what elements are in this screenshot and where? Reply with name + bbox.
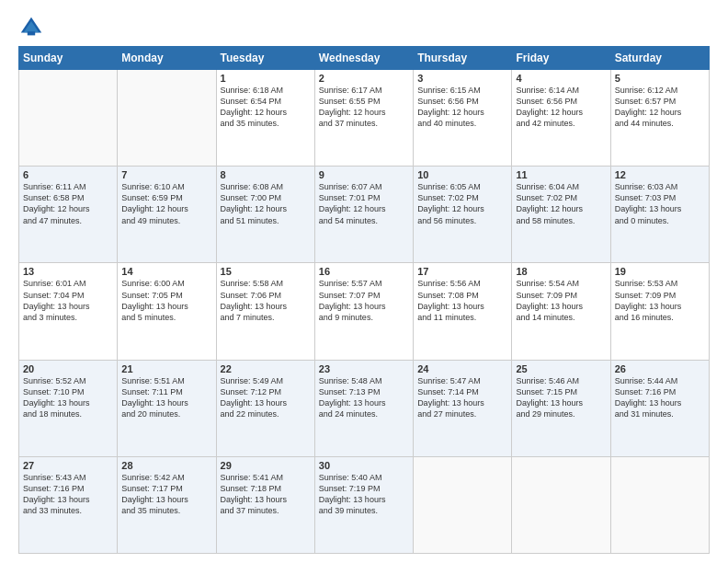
calendar-header-wednesday: Wednesday (314, 47, 413, 70)
day-number: 2 (319, 73, 409, 84)
day-number: 6 (23, 169, 113, 180)
day-info: Sunrise: 6:00 AM Sunset: 7:05 PM Dayligh… (121, 278, 211, 323)
calendar-cell: 26Sunrise: 5:44 AM Sunset: 7:16 PM Dayli… (610, 360, 709, 456)
calendar-cell (610, 456, 709, 553)
day-number: 22 (221, 363, 311, 374)
calendar-cell: 9Sunrise: 6:07 AM Sunset: 7:01 PM Daylig… (314, 167, 413, 263)
day-info: Sunrise: 6:10 AM Sunset: 6:59 PM Dayligh… (121, 181, 211, 226)
calendar-table: SundayMondayTuesdayWednesdayThursdayFrid… (18, 46, 710, 554)
calendar-cell: 20Sunrise: 5:52 AM Sunset: 7:10 PM Dayli… (19, 360, 118, 456)
day-info: Sunrise: 6:12 AM Sunset: 6:57 PM Dayligh… (615, 85, 705, 130)
day-info: Sunrise: 5:46 AM Sunset: 7:15 PM Dayligh… (516, 375, 606, 420)
calendar-header-thursday: Thursday (414, 47, 512, 70)
day-number: 1 (221, 73, 311, 84)
calendar-week-5: 27Sunrise: 5:43 AM Sunset: 7:16 PM Dayli… (19, 456, 710, 553)
day-info: Sunrise: 5:44 AM Sunset: 7:16 PM Dayligh… (615, 375, 705, 420)
day-info: Sunrise: 5:53 AM Sunset: 7:09 PM Dayligh… (615, 278, 705, 323)
calendar-cell: 21Sunrise: 5:51 AM Sunset: 7:11 PM Dayli… (118, 360, 216, 456)
day-number: 8 (221, 169, 311, 180)
calendar-header-sunday: Sunday (19, 47, 118, 70)
day-info: Sunrise: 5:54 AM Sunset: 7:09 PM Dayligh… (516, 278, 606, 323)
calendar-cell: 4Sunrise: 6:14 AM Sunset: 6:56 PM Daylig… (512, 70, 610, 167)
calendar-cell: 30Sunrise: 5:40 AM Sunset: 7:19 PM Dayli… (314, 456, 413, 553)
day-info: Sunrise: 6:18 AM Sunset: 6:54 PM Dayligh… (221, 85, 311, 130)
day-info: Sunrise: 5:47 AM Sunset: 7:14 PM Dayligh… (417, 375, 507, 420)
day-info: Sunrise: 6:17 AM Sunset: 6:55 PM Dayligh… (319, 85, 409, 130)
day-number: 7 (121, 169, 211, 180)
day-info: Sunrise: 6:11 AM Sunset: 6:58 PM Dayligh… (23, 181, 113, 226)
calendar-cell: 15Sunrise: 5:58 AM Sunset: 7:06 PM Dayli… (216, 263, 314, 360)
day-number: 20 (23, 363, 113, 374)
day-info: Sunrise: 6:14 AM Sunset: 6:56 PM Dayligh… (516, 85, 606, 130)
day-info: Sunrise: 5:42 AM Sunset: 7:17 PM Dayligh… (121, 472, 211, 517)
calendar-cell: 5Sunrise: 6:12 AM Sunset: 6:57 PM Daylig… (610, 70, 709, 167)
calendar-cell: 12Sunrise: 6:03 AM Sunset: 7:03 PM Dayli… (610, 167, 709, 263)
header (18, 15, 710, 40)
day-info: Sunrise: 5:41 AM Sunset: 7:18 PM Dayligh… (221, 472, 311, 517)
day-info: Sunrise: 5:48 AM Sunset: 7:13 PM Dayligh… (319, 375, 409, 420)
day-number: 9 (319, 169, 409, 180)
calendar-header-saturday: Saturday (610, 47, 709, 70)
svg-rect-2 (28, 31, 35, 35)
calendar-week-1: 1Sunrise: 6:18 AM Sunset: 6:54 PM Daylig… (19, 70, 710, 167)
calendar-cell: 28Sunrise: 5:42 AM Sunset: 7:17 PM Dayli… (118, 456, 216, 553)
day-number: 21 (121, 363, 211, 374)
day-info: Sunrise: 6:04 AM Sunset: 7:02 PM Dayligh… (516, 181, 606, 226)
calendar-cell: 7Sunrise: 6:10 AM Sunset: 6:59 PM Daylig… (118, 167, 216, 263)
calendar-cell: 19Sunrise: 5:53 AM Sunset: 7:09 PM Dayli… (610, 263, 709, 360)
calendar-cell: 1Sunrise: 6:18 AM Sunset: 6:54 PM Daylig… (216, 70, 314, 167)
calendar-cell: 29Sunrise: 5:41 AM Sunset: 7:18 PM Dayli… (216, 456, 314, 553)
calendar-cell (512, 456, 610, 553)
logo-icon (18, 15, 44, 40)
day-info: Sunrise: 6:08 AM Sunset: 7:00 PM Dayligh… (221, 181, 311, 226)
calendar-header-monday: Monday (118, 47, 216, 70)
calendar-cell: 23Sunrise: 5:48 AM Sunset: 7:13 PM Dayli… (314, 360, 413, 456)
day-number: 15 (221, 266, 311, 277)
day-number: 30 (319, 460, 409, 471)
day-number: 27 (23, 460, 113, 471)
calendar-cell: 10Sunrise: 6:05 AM Sunset: 7:02 PM Dayli… (414, 167, 512, 263)
day-number: 11 (516, 169, 606, 180)
day-info: Sunrise: 6:03 AM Sunset: 7:03 PM Dayligh… (615, 181, 705, 226)
calendar-week-3: 13Sunrise: 6:01 AM Sunset: 7:04 PM Dayli… (19, 263, 710, 360)
day-info: Sunrise: 5:52 AM Sunset: 7:10 PM Dayligh… (23, 375, 113, 420)
day-info: Sunrise: 5:57 AM Sunset: 7:07 PM Dayligh… (319, 278, 409, 323)
day-number: 13 (23, 266, 113, 277)
day-number: 28 (121, 460, 211, 471)
calendar-cell (118, 70, 216, 167)
day-info: Sunrise: 5:40 AM Sunset: 7:19 PM Dayligh… (319, 472, 409, 517)
day-info: Sunrise: 5:56 AM Sunset: 7:08 PM Dayligh… (417, 278, 507, 323)
calendar-cell: 18Sunrise: 5:54 AM Sunset: 7:09 PM Dayli… (512, 263, 610, 360)
calendar-cell (19, 70, 118, 167)
day-number: 25 (516, 363, 606, 374)
day-info: Sunrise: 5:51 AM Sunset: 7:11 PM Dayligh… (121, 375, 211, 420)
logo (18, 15, 48, 40)
day-number: 3 (417, 73, 507, 84)
calendar-cell: 14Sunrise: 6:00 AM Sunset: 7:05 PM Dayli… (118, 263, 216, 360)
calendar-header-row: SundayMondayTuesdayWednesdayThursdayFrid… (19, 47, 710, 70)
calendar-cell: 6Sunrise: 6:11 AM Sunset: 6:58 PM Daylig… (19, 167, 118, 263)
calendar-cell: 24Sunrise: 5:47 AM Sunset: 7:14 PM Dayli… (414, 360, 512, 456)
day-number: 5 (615, 73, 705, 84)
day-info: Sunrise: 6:15 AM Sunset: 6:56 PM Dayligh… (417, 85, 507, 130)
day-number: 29 (221, 460, 311, 471)
calendar-cell: 3Sunrise: 6:15 AM Sunset: 6:56 PM Daylig… (414, 70, 512, 167)
page: SundayMondayTuesdayWednesdayThursdayFrid… (0, 0, 728, 563)
calendar-week-2: 6Sunrise: 6:11 AM Sunset: 6:58 PM Daylig… (19, 167, 710, 263)
day-number: 18 (516, 266, 606, 277)
day-info: Sunrise: 5:58 AM Sunset: 7:06 PM Dayligh… (221, 278, 311, 323)
calendar-cell (414, 456, 512, 553)
calendar-week-4: 20Sunrise: 5:52 AM Sunset: 7:10 PM Dayli… (19, 360, 710, 456)
calendar-cell: 25Sunrise: 5:46 AM Sunset: 7:15 PM Dayli… (512, 360, 610, 456)
calendar-cell: 17Sunrise: 5:56 AM Sunset: 7:08 PM Dayli… (414, 263, 512, 360)
calendar-cell: 8Sunrise: 6:08 AM Sunset: 7:00 PM Daylig… (216, 167, 314, 263)
day-info: Sunrise: 6:05 AM Sunset: 7:02 PM Dayligh… (417, 181, 507, 226)
day-number: 24 (417, 363, 507, 374)
day-number: 16 (319, 266, 409, 277)
calendar-cell: 27Sunrise: 5:43 AM Sunset: 7:16 PM Dayli… (19, 456, 118, 553)
day-info: Sunrise: 5:43 AM Sunset: 7:16 PM Dayligh… (23, 472, 113, 517)
day-number: 19 (615, 266, 705, 277)
day-number: 26 (615, 363, 705, 374)
calendar-cell: 13Sunrise: 6:01 AM Sunset: 7:04 PM Dayli… (19, 263, 118, 360)
calendar-cell: 16Sunrise: 5:57 AM Sunset: 7:07 PM Dayli… (314, 263, 413, 360)
